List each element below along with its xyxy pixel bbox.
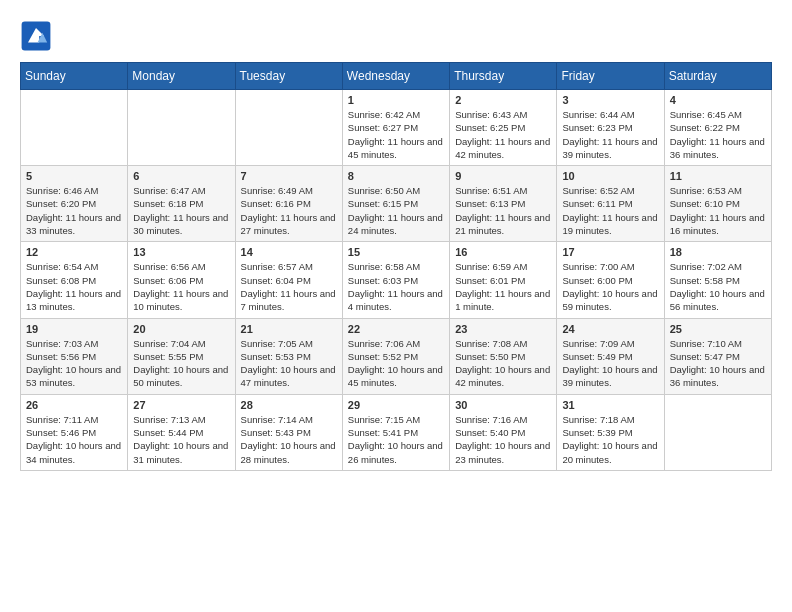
day-info: Sunrise: 7:14 AMSunset: 5:43 PMDaylight:…	[241, 413, 337, 466]
calendar-cell: 22Sunrise: 7:06 AMSunset: 5:52 PMDayligh…	[342, 318, 449, 394]
weekday-header-sunday: Sunday	[21, 63, 128, 90]
day-number: 19	[26, 323, 122, 335]
weekday-header-thursday: Thursday	[450, 63, 557, 90]
day-number: 2	[455, 94, 551, 106]
day-info: Sunrise: 6:43 AMSunset: 6:25 PMDaylight:…	[455, 108, 551, 161]
calendar-cell	[235, 90, 342, 166]
day-number: 14	[241, 246, 337, 258]
day-number: 18	[670, 246, 766, 258]
calendar-cell: 13Sunrise: 6:56 AMSunset: 6:06 PMDayligh…	[128, 242, 235, 318]
calendar-cell: 24Sunrise: 7:09 AMSunset: 5:49 PMDayligh…	[557, 318, 664, 394]
day-number: 24	[562, 323, 658, 335]
day-info: Sunrise: 6:49 AMSunset: 6:16 PMDaylight:…	[241, 184, 337, 237]
calendar-cell: 25Sunrise: 7:10 AMSunset: 5:47 PMDayligh…	[664, 318, 771, 394]
day-number: 10	[562, 170, 658, 182]
day-info: Sunrise: 7:18 AMSunset: 5:39 PMDaylight:…	[562, 413, 658, 466]
day-info: Sunrise: 6:53 AMSunset: 6:10 PMDaylight:…	[670, 184, 766, 237]
day-number: 20	[133, 323, 229, 335]
logo-icon	[20, 20, 52, 52]
calendar-cell: 8Sunrise: 6:50 AMSunset: 6:15 PMDaylight…	[342, 166, 449, 242]
calendar-cell: 30Sunrise: 7:16 AMSunset: 5:40 PMDayligh…	[450, 394, 557, 470]
calendar-cell	[21, 90, 128, 166]
day-number: 17	[562, 246, 658, 258]
day-number: 26	[26, 399, 122, 411]
day-info: Sunrise: 7:02 AMSunset: 5:58 PMDaylight:…	[670, 260, 766, 313]
calendar-cell: 21Sunrise: 7:05 AMSunset: 5:53 PMDayligh…	[235, 318, 342, 394]
calendar-cell: 10Sunrise: 6:52 AMSunset: 6:11 PMDayligh…	[557, 166, 664, 242]
calendar-cell: 2Sunrise: 6:43 AMSunset: 6:25 PMDaylight…	[450, 90, 557, 166]
calendar-cell: 12Sunrise: 6:54 AMSunset: 6:08 PMDayligh…	[21, 242, 128, 318]
logo	[20, 20, 56, 52]
day-info: Sunrise: 6:50 AMSunset: 6:15 PMDaylight:…	[348, 184, 444, 237]
day-info: Sunrise: 7:16 AMSunset: 5:40 PMDaylight:…	[455, 413, 551, 466]
day-number: 12	[26, 246, 122, 258]
calendar-cell: 23Sunrise: 7:08 AMSunset: 5:50 PMDayligh…	[450, 318, 557, 394]
page: SundayMondayTuesdayWednesdayThursdayFrid…	[0, 0, 792, 481]
calendar-cell: 11Sunrise: 6:53 AMSunset: 6:10 PMDayligh…	[664, 166, 771, 242]
calendar-table: SundayMondayTuesdayWednesdayThursdayFrid…	[20, 62, 772, 471]
day-info: Sunrise: 7:10 AMSunset: 5:47 PMDaylight:…	[670, 337, 766, 390]
weekday-header-saturday: Saturday	[664, 63, 771, 90]
day-number: 4	[670, 94, 766, 106]
weekday-header-row: SundayMondayTuesdayWednesdayThursdayFrid…	[21, 63, 772, 90]
calendar-cell: 18Sunrise: 7:02 AMSunset: 5:58 PMDayligh…	[664, 242, 771, 318]
day-number: 25	[670, 323, 766, 335]
calendar-cell	[664, 394, 771, 470]
day-number: 11	[670, 170, 766, 182]
day-info: Sunrise: 6:56 AMSunset: 6:06 PMDaylight:…	[133, 260, 229, 313]
day-number: 1	[348, 94, 444, 106]
calendar-cell: 4Sunrise: 6:45 AMSunset: 6:22 PMDaylight…	[664, 90, 771, 166]
weekday-header-wednesday: Wednesday	[342, 63, 449, 90]
calendar-cell: 1Sunrise: 6:42 AMSunset: 6:27 PMDaylight…	[342, 90, 449, 166]
calendar-cell	[128, 90, 235, 166]
calendar-cell: 15Sunrise: 6:58 AMSunset: 6:03 PMDayligh…	[342, 242, 449, 318]
week-row-3: 12Sunrise: 6:54 AMSunset: 6:08 PMDayligh…	[21, 242, 772, 318]
day-info: Sunrise: 7:09 AMSunset: 5:49 PMDaylight:…	[562, 337, 658, 390]
calendar-cell: 28Sunrise: 7:14 AMSunset: 5:43 PMDayligh…	[235, 394, 342, 470]
day-info: Sunrise: 6:46 AMSunset: 6:20 PMDaylight:…	[26, 184, 122, 237]
day-number: 13	[133, 246, 229, 258]
calendar-cell: 19Sunrise: 7:03 AMSunset: 5:56 PMDayligh…	[21, 318, 128, 394]
calendar-cell: 16Sunrise: 6:59 AMSunset: 6:01 PMDayligh…	[450, 242, 557, 318]
day-number: 15	[348, 246, 444, 258]
calendar-cell: 7Sunrise: 6:49 AMSunset: 6:16 PMDaylight…	[235, 166, 342, 242]
calendar-cell: 29Sunrise: 7:15 AMSunset: 5:41 PMDayligh…	[342, 394, 449, 470]
day-info: Sunrise: 7:08 AMSunset: 5:50 PMDaylight:…	[455, 337, 551, 390]
calendar-cell: 9Sunrise: 6:51 AMSunset: 6:13 PMDaylight…	[450, 166, 557, 242]
day-number: 9	[455, 170, 551, 182]
calendar-cell: 31Sunrise: 7:18 AMSunset: 5:39 PMDayligh…	[557, 394, 664, 470]
day-info: Sunrise: 6:44 AMSunset: 6:23 PMDaylight:…	[562, 108, 658, 161]
week-row-4: 19Sunrise: 7:03 AMSunset: 5:56 PMDayligh…	[21, 318, 772, 394]
day-info: Sunrise: 6:58 AMSunset: 6:03 PMDaylight:…	[348, 260, 444, 313]
day-number: 16	[455, 246, 551, 258]
week-row-5: 26Sunrise: 7:11 AMSunset: 5:46 PMDayligh…	[21, 394, 772, 470]
day-info: Sunrise: 6:47 AMSunset: 6:18 PMDaylight:…	[133, 184, 229, 237]
day-number: 5	[26, 170, 122, 182]
day-number: 27	[133, 399, 229, 411]
day-number: 6	[133, 170, 229, 182]
day-number: 28	[241, 399, 337, 411]
day-info: Sunrise: 7:04 AMSunset: 5:55 PMDaylight:…	[133, 337, 229, 390]
calendar-cell: 27Sunrise: 7:13 AMSunset: 5:44 PMDayligh…	[128, 394, 235, 470]
day-number: 22	[348, 323, 444, 335]
day-number: 7	[241, 170, 337, 182]
day-number: 30	[455, 399, 551, 411]
weekday-header-tuesday: Tuesday	[235, 63, 342, 90]
calendar-cell: 17Sunrise: 7:00 AMSunset: 6:00 PMDayligh…	[557, 242, 664, 318]
day-number: 29	[348, 399, 444, 411]
day-info: Sunrise: 6:52 AMSunset: 6:11 PMDaylight:…	[562, 184, 658, 237]
calendar-cell: 26Sunrise: 7:11 AMSunset: 5:46 PMDayligh…	[21, 394, 128, 470]
weekday-header-monday: Monday	[128, 63, 235, 90]
day-info: Sunrise: 7:11 AMSunset: 5:46 PMDaylight:…	[26, 413, 122, 466]
calendar-cell: 14Sunrise: 6:57 AMSunset: 6:04 PMDayligh…	[235, 242, 342, 318]
calendar-cell: 3Sunrise: 6:44 AMSunset: 6:23 PMDaylight…	[557, 90, 664, 166]
day-info: Sunrise: 6:59 AMSunset: 6:01 PMDaylight:…	[455, 260, 551, 313]
day-info: Sunrise: 6:54 AMSunset: 6:08 PMDaylight:…	[26, 260, 122, 313]
week-row-2: 5Sunrise: 6:46 AMSunset: 6:20 PMDaylight…	[21, 166, 772, 242]
day-info: Sunrise: 7:00 AMSunset: 6:00 PMDaylight:…	[562, 260, 658, 313]
day-number: 3	[562, 94, 658, 106]
day-info: Sunrise: 6:57 AMSunset: 6:04 PMDaylight:…	[241, 260, 337, 313]
day-info: Sunrise: 7:06 AMSunset: 5:52 PMDaylight:…	[348, 337, 444, 390]
day-info: Sunrise: 7:13 AMSunset: 5:44 PMDaylight:…	[133, 413, 229, 466]
day-info: Sunrise: 6:45 AMSunset: 6:22 PMDaylight:…	[670, 108, 766, 161]
